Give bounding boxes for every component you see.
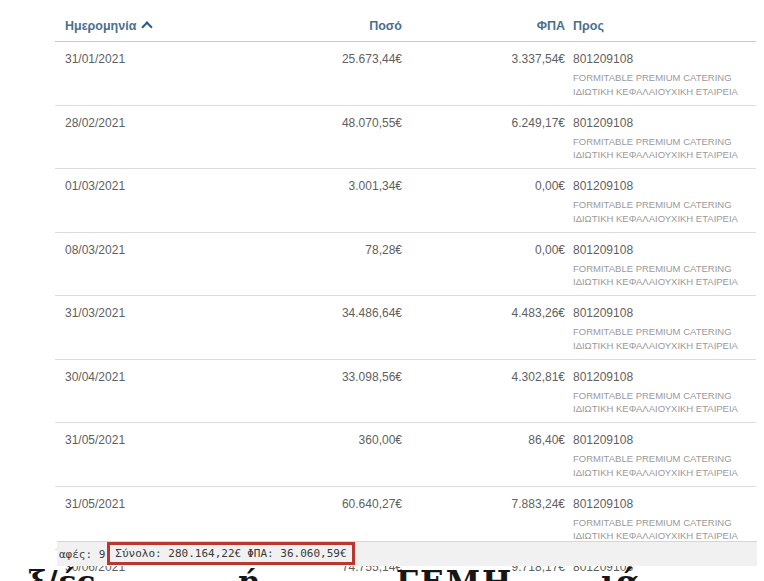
table-row: 31/03/2021 34.486,64€ 4.483,26€ 80120910…: [55, 296, 756, 360]
status-records-count: αφές: 9: [59, 548, 105, 561]
table-row: 31/01/2021 25.673,44€ 3.337,54€ 80120910…: [55, 42, 756, 106]
recipient-id: 801209108: [573, 116, 756, 131]
cell-date: 31/01/2021: [55, 52, 275, 99]
sort-ascending-icon: [142, 21, 153, 32]
cell-date: 28/02/2021: [55, 116, 275, 163]
column-header-amount[interactable]: Ποσό: [275, 19, 402, 33]
recipient-name: FORMITABLE PREMIUM CATERING ΙΔΙΩΤΙΚΗ ΚΕΦ…: [573, 198, 756, 226]
cell-vat: 0,00€: [402, 243, 565, 290]
caption-fragment-gemi: ΓΕΜΗ: [396, 567, 513, 581]
cell-date: 01/03/2021: [55, 179, 275, 226]
cell-vat: 86,40€: [402, 433, 565, 480]
recipient-id: 801209108: [573, 497, 756, 512]
caption-fragment: ιά: [601, 567, 640, 581]
table-body: 31/01/2021 25.673,44€ 3.337,54€ 80120910…: [55, 42, 756, 581]
cell-vat: 7.883,24€: [402, 497, 565, 544]
recipient-id: 801209108: [573, 179, 756, 194]
cell-amount: 25.673,44€: [275, 52, 402, 99]
cell-recipient: 801209108 FORMITABLE PREMIUM CATERING ΙΔ…: [565, 433, 756, 480]
column-header-recipient[interactable]: Προς: [565, 19, 756, 33]
transactions-table: Ημερομηνία Ποσό ΦΠΑ Προς 31/01/2021 25.6…: [55, 10, 756, 581]
cell-recipient: 801209108 FORMITABLE PREMIUM CATERING ΙΔ…: [565, 52, 756, 99]
column-header-vat[interactable]: ΦΠΑ: [402, 19, 565, 33]
cell-recipient: 801209108 FORMITABLE PREMIUM CATERING ΙΔ…: [565, 179, 756, 226]
cell-recipient: 801209108 FORMITABLE PREMIUM CATERING ΙΔ…: [565, 243, 756, 290]
cell-amount: 48.070,55€: [275, 116, 402, 163]
cell-amount: 60.640,27€: [275, 497, 402, 544]
recipient-id: 801209108: [573, 370, 756, 385]
cell-vat: 4.483,26€: [402, 306, 565, 353]
table-header-row: Ημερομηνία Ποσό ΦΠΑ Προς: [55, 10, 756, 42]
cell-recipient: 801209108 FORMITABLE PREMIUM CATERING ΙΔ…: [565, 306, 756, 353]
cell-vat: 4.302,81€: [402, 370, 565, 417]
recipient-name: FORMITABLE PREMIUM CATERING ΙΔΙΩΤΙΚΗ ΚΕΦ…: [573, 71, 756, 99]
cell-date: 31/03/2021: [55, 306, 275, 353]
caption-fragment: ή: [238, 567, 261, 581]
table-row: 08/03/2021 78,28€ 0,00€ 801209108 FORMIT…: [55, 233, 756, 297]
caption-fragment: ξ/ές: [28, 567, 95, 581]
recipient-name: FORMITABLE PREMIUM CATERING ΙΔΙΩΤΙΚΗ ΚΕΦ…: [573, 389, 756, 417]
recipient-name: FORMITABLE PREMIUM CATERING ΙΔΙΩΤΙΚΗ ΚΕΦ…: [573, 516, 756, 544]
recipient-id: 801209108: [573, 52, 756, 67]
table-row: 01/03/2021 3.001,34€ 0,00€ 801209108 FOR…: [55, 169, 756, 233]
cell-date: 31/05/2021: [55, 433, 275, 480]
column-header-date[interactable]: Ημερομηνία: [55, 19, 275, 33]
table-row: 28/02/2021 48.070,55€ 6.249,17€ 80120910…: [55, 106, 756, 170]
recipient-name: FORMITABLE PREMIUM CATERING ΙΔΙΩΤΙΚΗ ΚΕΦ…: [573, 135, 756, 163]
cell-recipient: 801209108 FORMITABLE PREMIUM CATERING ΙΔ…: [565, 497, 756, 544]
recipient-name: FORMITABLE PREMIUM CATERING ΙΔΙΩΤΙΚΗ ΚΕΦ…: [573, 452, 756, 480]
cell-amount: 3.001,34€: [275, 179, 402, 226]
cell-vat: 6.249,17€: [402, 116, 565, 163]
cropped-caption-text: ξ/ές ή ΓΕΜΗ ιά: [0, 567, 764, 581]
status-bar: αφές: 9 Σύνολο: 280.164,22€ ΦΠΑ: 36.060,…: [57, 541, 757, 566]
table-row: 31/05/2021 360,00€ 86,40€ 801209108 FORM…: [55, 423, 756, 487]
status-total: Σύνολο: 280.164,22€: [115, 547, 241, 560]
cell-amount: 78,28€: [275, 243, 402, 290]
cell-recipient: 801209108 FORMITABLE PREMIUM CATERING ΙΔ…: [565, 370, 756, 417]
cell-amount: 360,00€: [275, 433, 402, 480]
recipient-id: 801209108: [573, 433, 756, 448]
cell-vat: 0,00€: [402, 179, 565, 226]
cell-date: 08/03/2021: [55, 243, 275, 290]
cell-amount: 34.486,64€: [275, 306, 402, 353]
table-row: 30/04/2021 33.098,56€ 4.302,81€ 80120910…: [55, 360, 756, 424]
cell-amount: 33.098,56€: [275, 370, 402, 417]
status-vat-total: ΦΠΑ: 36.060,59€: [247, 547, 346, 560]
recipient-id: 801209108: [573, 306, 756, 321]
column-header-date-label: Ημερομηνία: [65, 19, 136, 33]
cell-vat: 3.337,54€: [402, 52, 565, 99]
recipient-id: 801209108: [573, 243, 756, 258]
cell-recipient: 801209108 FORMITABLE PREMIUM CATERING ΙΔ…: [565, 116, 756, 163]
recipient-name: FORMITABLE PREMIUM CATERING ΙΔΙΩΤΙΚΗ ΚΕΦ…: [573, 262, 756, 290]
cell-date: 30/04/2021: [55, 370, 275, 417]
cell-date: 31/05/2021: [55, 497, 275, 544]
recipient-name: FORMITABLE PREMIUM CATERING ΙΔΙΩΤΙΚΗ ΚΕΦ…: [573, 325, 756, 353]
totals-highlight-box: Σύνολο: 280.164,22€ ΦΠΑ: 36.060,59€: [107, 542, 354, 565]
